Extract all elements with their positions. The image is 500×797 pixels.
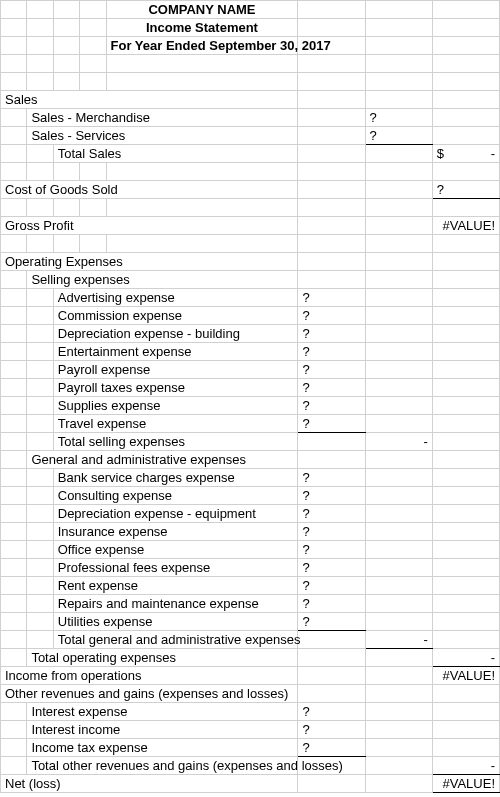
row-value[interactable]: - (365, 433, 432, 451)
gross-profit-label[interactable]: Gross Profit (1, 217, 298, 235)
row-label[interactable]: Entertainment expense (53, 343, 298, 361)
row-label[interactable]: Total selling expenses (53, 433, 298, 451)
row-value[interactable]: ? (298, 739, 365, 757)
row-value[interactable]: ? (298, 577, 365, 595)
row-label[interactable]: Sales - Services (27, 127, 298, 145)
row-value[interactable]: - (432, 757, 499, 775)
row-label[interactable]: Income tax expense (27, 739, 298, 757)
row-label[interactable]: Bank service charges expense (53, 469, 298, 487)
row-value[interactable]: ? (298, 613, 365, 631)
gross-profit-value[interactable]: #VALUE! (432, 217, 499, 235)
cogs-label[interactable]: Cost of Goods Sold (1, 181, 298, 199)
row-label[interactable]: Travel expense (53, 415, 298, 433)
row-label[interactable]: Commission expense (53, 307, 298, 325)
row-label[interactable]: Supplies expense (53, 397, 298, 415)
row-label[interactable]: Payroll expense (53, 361, 298, 379)
currency-symbol: $ (437, 146, 444, 161)
other-heading[interactable]: Other revenues and gains (expenses and l… (1, 685, 298, 703)
row-value[interactable]: ? (298, 361, 365, 379)
row-label[interactable]: Repairs and maintenance expense (53, 595, 298, 613)
row-value[interactable]: ? (298, 721, 365, 739)
statement-title[interactable]: Income Statement (106, 19, 298, 37)
selling-heading[interactable]: Selling expenses (27, 271, 298, 289)
income-ops-value[interactable]: #VALUE! (432, 667, 499, 685)
row-label[interactable]: Total operating expenses (27, 649, 298, 667)
row-label[interactable]: Interest income (27, 721, 298, 739)
row-label[interactable]: Depreciation expense - building (53, 325, 298, 343)
cogs-value[interactable]: ? (432, 181, 499, 199)
row-label[interactable]: Rent expense (53, 577, 298, 595)
row-label[interactable]: Consulting expense (53, 487, 298, 505)
row-value[interactable]: ? (298, 343, 365, 361)
row-label[interactable]: Interest expense (27, 703, 298, 721)
spreadsheet-grid: COMPANY NAME Income Statement For Year E… (0, 0, 500, 793)
row-value[interactable]: ? (298, 379, 365, 397)
net-value[interactable]: #VALUE! (432, 775, 499, 793)
row-label[interactable]: Depreciation expense - equipment (53, 505, 298, 523)
net-label[interactable]: Net (loss) (1, 775, 298, 793)
row-label[interactable]: Office expense (53, 541, 298, 559)
income-ops-label[interactable]: Income from operations (1, 667, 298, 685)
row-value[interactable]: ? (365, 127, 432, 145)
company-name[interactable]: COMPANY NAME (106, 1, 298, 19)
row-value[interactable]: - (365, 631, 432, 649)
row-value[interactable]: ? (298, 595, 365, 613)
row-label[interactable]: Total general and administrative expense… (53, 631, 298, 649)
row-label[interactable]: Advertising expense (53, 289, 298, 307)
row-value[interactable]: ? (298, 415, 365, 433)
row-value[interactable]: ? (298, 325, 365, 343)
row-value[interactable]: - (432, 649, 499, 667)
row-value[interactable]: ? (365, 109, 432, 127)
row-value[interactable]: ? (298, 505, 365, 523)
total-sales-value[interactable]: $ - (432, 145, 499, 163)
row-label[interactable]: Sales - Merchandise (27, 109, 298, 127)
row-label[interactable]: Utilities expense (53, 613, 298, 631)
row-value[interactable]: ? (298, 541, 365, 559)
row-label[interactable]: Payroll taxes expense (53, 379, 298, 397)
row-value[interactable]: ? (298, 523, 365, 541)
row-value[interactable]: ? (298, 559, 365, 577)
row-value[interactable]: ? (298, 487, 365, 505)
row-label[interactable]: Total other revenues and gains (expenses… (27, 757, 298, 775)
sales-heading[interactable]: Sales (1, 91, 298, 109)
total-sales-amount: - (491, 146, 495, 161)
opex-heading[interactable]: Operating Expenses (1, 253, 298, 271)
period-label[interactable]: For Year Ended September 30, 2017 (106, 37, 298, 55)
row-value[interactable]: ? (298, 307, 365, 325)
row-value[interactable]: ? (298, 397, 365, 415)
row-value[interactable]: ? (298, 469, 365, 487)
row-value[interactable]: ? (298, 289, 365, 307)
row-label[interactable]: Professional fees expense (53, 559, 298, 577)
row-value[interactable]: ? (298, 703, 365, 721)
ga-heading[interactable]: General and administrative expenses (27, 451, 298, 469)
row-label[interactable]: Total Sales (53, 145, 298, 163)
row-label[interactable]: Insurance expense (53, 523, 298, 541)
